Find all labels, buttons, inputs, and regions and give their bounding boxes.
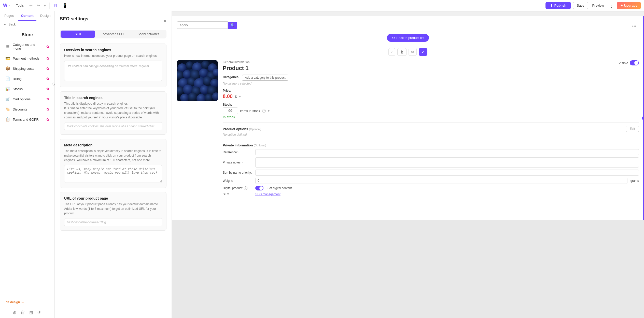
eye-icon[interactable]: 👁 — [37, 310, 42, 315]
publish-button[interactable]: ⬆ Publish — [545, 2, 571, 9]
redo-button[interactable]: ↪ — [35, 2, 41, 9]
main-layout: Pages Content Design ← Back Store ☰ Cate… — [0, 11, 644, 318]
delete-tool-button[interactable]: 🗑 — [397, 48, 407, 56]
notes-textarea[interactable] — [255, 157, 639, 168]
options-optional-label: (Optional) — [249, 128, 261, 131]
duplicate-tool-button[interactable]: ⧉ — [409, 48, 417, 56]
tab-social-networks[interactable]: Social networks — [131, 31, 166, 38]
seo-url-section: URL of your product page The URL of your… — [60, 192, 166, 231]
tab-seo[interactable]: SEO — [61, 31, 95, 38]
desktop-view-button[interactable]: 🖥 — [52, 2, 59, 9]
edit-design-link[interactable]: Edit design → — [4, 300, 24, 304]
tools-menu[interactable]: Tools — [14, 3, 26, 8]
ruler — [172, 11, 644, 16]
sidebar-item-categories[interactable]: ☰ Categories and menu ✿ — [2, 40, 53, 53]
price-dropdown-button[interactable]: ▾ — [239, 94, 241, 99]
weight-dot: · — [234, 179, 234, 183]
reference-input[interactable] — [255, 149, 639, 155]
prev-tool-button[interactable]: ‹ — [388, 48, 395, 56]
reference-row: Reference: · — [223, 149, 639, 155]
brand-w: W — [3, 3, 7, 8]
price-currency: € — [235, 94, 237, 99]
digital-help-icon[interactable]: ? — [244, 186, 247, 190]
seo-close-button[interactable]: × — [163, 18, 166, 24]
stock-info-icon[interactable]: ? — [262, 109, 266, 113]
search-input[interactable] — [177, 21, 228, 29]
back-link[interactable]: ← Back — [0, 21, 54, 28]
back-to-product-list-button[interactable]: << Back to product list — [387, 34, 429, 42]
sidebar-item-stocks[interactable]: 📊 Stocks ✿ — [2, 84, 53, 94]
edit-button[interactable]: Edit — [626, 126, 639, 132]
sidebar-item-billing[interactable]: 📄 Billing ✿ — [2, 74, 53, 84]
history-button[interactable]: ▾ — [43, 2, 47, 9]
reference-dot: · — [239, 150, 239, 154]
seo-field-label: SEO — [223, 192, 253, 196]
sort-priority-input[interactable] — [255, 170, 639, 176]
sidebar-item-label: Categories and menu — [13, 43, 44, 50]
content-area: SEO settings × SEO Advanced SEO Social n… — [55, 11, 644, 318]
seo-panel-title: SEO settings — [60, 16, 88, 22]
undo-button[interactable]: ↩ — [28, 2, 34, 9]
stocks-icon: 📊 — [5, 87, 10, 91]
stock-dropdown-button[interactable]: ▾ — [268, 109, 270, 113]
visible-toggle-group: Visible — [619, 60, 639, 65]
tab-advanced-seo[interactable]: Advanced SEO — [96, 31, 130, 38]
categories-field: Categories: Add a category to this produ… — [223, 75, 639, 85]
seo-meta-textarea[interactable] — [64, 165, 162, 183]
sidebar-item-discounts[interactable]: 🏷️ Discounts ✿ — [2, 104, 53, 114]
tab-content[interactable]: Content — [18, 11, 36, 21]
visible-toggle[interactable] — [630, 60, 639, 65]
seo-preview-italic: Its content can change depending on inte… — [68, 64, 158, 68]
seo-title-heading: Title in search engines — [64, 96, 162, 100]
seo-meta-title: Meta description — [64, 143, 162, 147]
topbar: W ▾ Tools ↩ ↪ ▾ 🖥 📱 ⬆ Publish Save Previ… — [0, 0, 644, 11]
seo-overview-title: Overview in search engines — [64, 48, 162, 52]
seo-management-link[interactable]: SEO management — [255, 192, 281, 196]
sidebar-item-payment[interactable]: 💳 Payment methods ✿ — [2, 53, 53, 63]
sidebar-footer: Edit design → — [0, 297, 54, 307]
digital-product-row: Digital product: ? Set digital content — [223, 186, 639, 190]
mobile-view-button[interactable]: 📱 — [61, 2, 69, 9]
stock-label: Stock: — [223, 103, 639, 106]
sidebar-item-terms[interactable]: 📋 Terms and GDPR ✿ — [2, 115, 53, 124]
brand-dropdown-icon[interactable]: ▾ — [8, 4, 10, 7]
digital-toggle[interactable] — [255, 186, 263, 190]
weight-input[interactable] — [255, 178, 627, 184]
preview-button[interactable]: Preview — [590, 2, 606, 9]
seo-meta-desc: The meta description is displayed direct… — [64, 149, 162, 162]
stock-input[interactable] — [223, 107, 238, 114]
tab-design[interactable]: Design — [36, 11, 54, 21]
seo-preview-box: Its content can change depending on inte… — [64, 61, 162, 81]
collapse-button[interactable]: ‹ — [52, 82, 55, 86]
toggle-knob — [634, 61, 638, 65]
sidebar-bottom-icons: ⊕ 🗑 ⊞ 👁 — [0, 307, 54, 318]
save-button[interactable]: Save — [573, 2, 588, 9]
seo-url-title: URL of your product page — [64, 196, 162, 200]
purple-dot — [642, 116, 644, 120]
blueberry-svg — [177, 60, 218, 101]
stock-row: items in stock ? ▾ — [223, 107, 639, 114]
categories-badge: ✿ — [46, 45, 49, 49]
tab-pages[interactable]: Pages — [0, 11, 18, 21]
seo-title-input[interactable] — [64, 122, 162, 130]
sidebar-item-label: Cart options — [13, 97, 44, 101]
categories-label: Categories: — [223, 75, 240, 79]
sidebar-item-label: Shipping costs — [13, 67, 44, 71]
add-category-button[interactable]: Add a category to this product — [242, 75, 288, 81]
seo-url-input[interactable] — [64, 218, 162, 226]
delete-icon[interactable]: 🗑 — [21, 310, 25, 315]
sidebar-item-cart[interactable]: 🛒 Cart options ✿ — [2, 94, 53, 104]
canvas-dots-menu[interactable]: ••• — [632, 24, 636, 29]
product-options-field: Product options (Optional) Edit No optio… — [223, 126, 639, 136]
add-element-icon[interactable]: ⊕ — [13, 310, 17, 315]
more-options-button[interactable]: ⋮ — [608, 2, 615, 9]
price-row: 8.00 € ▾ — [223, 93, 639, 99]
layers-icon[interactable]: ⊞ — [29, 310, 33, 315]
search-button[interactable]: 🔍 — [228, 22, 237, 29]
spacer — [0, 125, 54, 297]
confirm-tool-button[interactable]: ✓ — [419, 48, 427, 56]
seo-tabs: SEO Advanced SEO Social networks — [60, 30, 166, 38]
no-category-label: No category selected — [223, 82, 639, 85]
sidebar-item-shipping[interactable]: 📦 Shipping costs ✿ — [2, 64, 53, 73]
upgrade-button[interactable]: ✦ Upgrade — [617, 2, 641, 9]
